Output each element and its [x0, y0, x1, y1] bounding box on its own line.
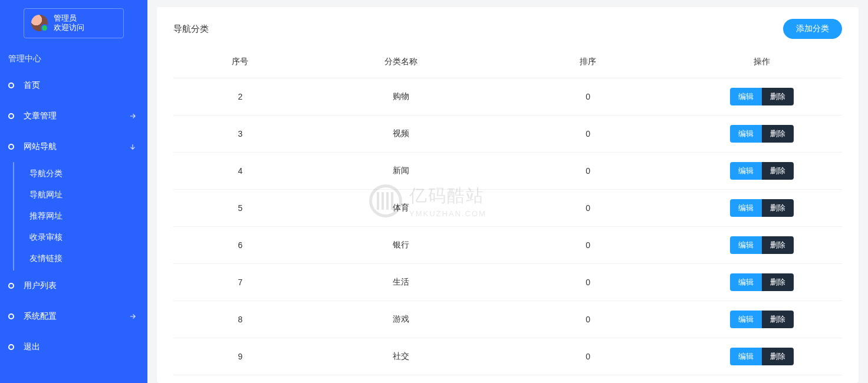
cell-ops: 编辑删除 [682, 264, 842, 301]
cell-name: 游戏 [307, 301, 495, 338]
cell-index: 10 [173, 375, 307, 384]
sidebar-item[interactable]: 网站导航 [0, 131, 147, 162]
th-sort: 排序 [494, 49, 682, 78]
sidebar-subitem[interactable]: 收录审核 [14, 227, 147, 248]
th-index: 序号 [173, 49, 307, 78]
delete-button[interactable]: 删除 [762, 162, 794, 180]
cell-sort: 0 [494, 264, 682, 301]
table-row: 6银行0编辑删除 [173, 227, 842, 264]
cell-ops: 编辑删除 [682, 153, 842, 190]
sidebar-subitem[interactable]: 友情链接 [14, 248, 147, 269]
table-header-row: 序号 分类名称 排序 操作 [173, 49, 842, 78]
delete-button[interactable]: 删除 [762, 88, 794, 105]
th-ops: 操作 [682, 49, 842, 78]
sidebar-nav: 首页文章管理网站导航导航分类导航网址推荐网址收录审核友情链接用户列表系统配置退出 [0, 70, 147, 362]
chevron-down-icon [129, 143, 139, 151]
sidebar-subitem[interactable]: 导航分类 [14, 163, 147, 184]
sidebar-item-label: 文章管理 [24, 111, 129, 121]
page-title: 导航分类 [173, 24, 209, 35]
cell-index: 6 [173, 227, 307, 264]
edit-button[interactable]: 编辑 [730, 273, 762, 291]
cell-ops: 编辑删除 [682, 301, 842, 338]
cell-sort: 0 [494, 153, 682, 190]
user-greeting: 欢迎访问 [54, 23, 84, 32]
bullet-icon [8, 113, 14, 119]
cell-index: 3 [173, 115, 307, 153]
edit-button[interactable]: 编辑 [730, 88, 762, 105]
cell-name: 购物 [307, 78, 495, 115]
delete-button[interactable]: 删除 [762, 236, 794, 254]
sidebar-submenu: 导航分类导航网址推荐网址收录审核友情链接 [13, 162, 147, 270]
row-actions: 编辑删除 [730, 311, 794, 328]
row-actions: 编辑删除 [730, 88, 794, 105]
sidebar-item[interactable]: 用户列表 [0, 270, 147, 301]
edit-button[interactable]: 编辑 [730, 162, 762, 180]
row-actions: 编辑删除 [730, 273, 794, 291]
cell-index: 9 [173, 338, 307, 375]
delete-button[interactable]: 删除 [762, 199, 794, 217]
table-row: 3视频0编辑删除 [173, 115, 842, 153]
cell-index: 5 [173, 190, 307, 227]
row-actions: 编辑删除 [730, 125, 794, 143]
cell-sort: 0 [494, 375, 682, 384]
sidebar-subitem[interactable]: 导航网址 [14, 184, 147, 206]
sidebar-item-label: 系统配置 [24, 311, 129, 322]
table-row: 2购物0编辑删除 [173, 78, 842, 115]
edit-button[interactable]: 编辑 [730, 311, 762, 328]
cell-ops: 编辑删除 [682, 375, 842, 384]
cell-index: 7 [173, 264, 307, 301]
sidebar-item-label: 首页 [24, 80, 139, 91]
cell-sort: 0 [494, 190, 682, 227]
row-actions: 编辑删除 [730, 348, 794, 365]
sidebar-item-label: 网站导航 [24, 141, 129, 152]
add-category-button[interactable]: 添加分类 [783, 19, 842, 39]
sidebar-item-label: 退出 [24, 342, 139, 352]
cell-name: 体育 [307, 190, 495, 227]
cell-index: 4 [173, 153, 307, 190]
sidebar-item[interactable]: 系统配置 [0, 301, 147, 332]
table-row: 8游戏0编辑删除 [173, 301, 842, 338]
panel-head: 导航分类 添加分类 [173, 19, 842, 39]
delete-button[interactable]: 删除 [762, 125, 794, 143]
bullet-icon [8, 344, 14, 350]
table-row: 4新闻0编辑删除 [173, 153, 842, 190]
bullet-icon [8, 144, 14, 150]
sidebar-item-label: 用户列表 [24, 280, 139, 291]
cell-sort: 0 [494, 338, 682, 375]
edit-button[interactable]: 编辑 [730, 199, 762, 217]
table-row: 5体育0编辑删除 [173, 190, 842, 227]
sidebar-item[interactable]: 退出 [0, 332, 147, 362]
sidebar-item[interactable]: 文章管理 [0, 101, 147, 131]
cell-sort: 0 [494, 78, 682, 115]
cell-ops: 编辑删除 [682, 78, 842, 115]
cell-name: 新闻 [307, 153, 495, 190]
edit-button[interactable]: 编辑 [730, 236, 762, 254]
cell-ops: 编辑删除 [682, 115, 842, 153]
row-actions: 编辑删除 [730, 236, 794, 254]
cell-sort: 0 [494, 301, 682, 338]
delete-button[interactable]: 删除 [762, 273, 794, 291]
edit-button[interactable]: 编辑 [730, 125, 762, 143]
user-card[interactable]: 管理员 欢迎访问 [24, 8, 124, 38]
user-card-text: 管理员 欢迎访问 [54, 14, 84, 33]
delete-button[interactable]: 删除 [762, 348, 794, 365]
bullet-icon [8, 82, 14, 88]
th-name: 分类名称 [307, 49, 495, 78]
bullet-icon [8, 313, 14, 319]
panel: 导航分类 添加分类 序号 分类名称 排序 操作 2购物0编辑删除3视频0编辑删除… [157, 7, 859, 383]
cell-sort: 0 [494, 115, 682, 153]
sidebar-item[interactable]: 首页 [0, 70, 147, 101]
table-row: 7生活0编辑删除 [173, 264, 842, 301]
cell-name: 软件 [307, 375, 495, 384]
cell-name: 生活 [307, 264, 495, 301]
sidebar-subitem[interactable]: 推荐网址 [14, 206, 147, 227]
delete-button[interactable]: 删除 [762, 311, 794, 328]
edit-button[interactable]: 编辑 [730, 348, 762, 365]
sidebar-section-label: 管理中心 [0, 54, 147, 64]
cell-index: 8 [173, 301, 307, 338]
bullet-icon [8, 283, 14, 289]
chevron-right-icon [129, 112, 139, 120]
avatar [31, 15, 48, 31]
user-name: 管理员 [54, 14, 84, 23]
cell-ops: 编辑删除 [682, 190, 842, 227]
